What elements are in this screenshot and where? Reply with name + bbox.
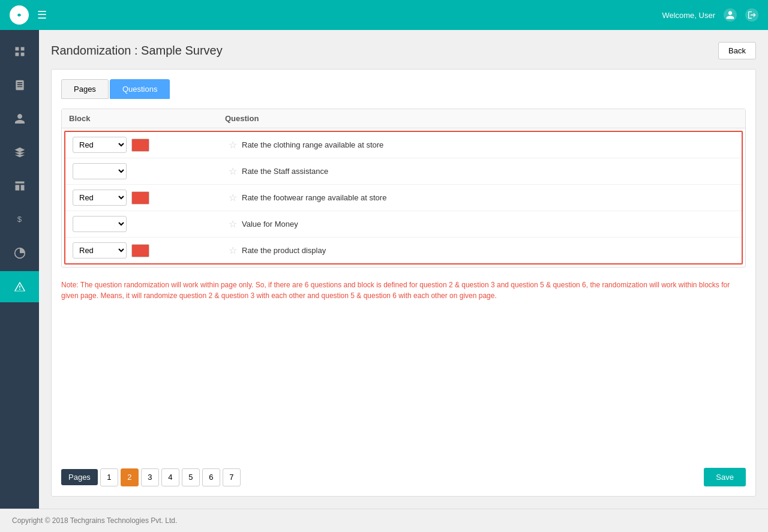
copyright-text: Copyright © 2018 Techgrains Technologies… — [12, 516, 177, 525]
page-header: Randomization : Sample Survey Back — [51, 42, 756, 59]
question-cell-2: ☆ Rate the Staff assistance — [229, 166, 734, 177]
sidebar-item-alert[interactable] — [0, 271, 39, 302]
block-select-4[interactable]: Red Blue Green — [73, 216, 127, 232]
table-row: Red Blue Green ☆ Rate the Staff assistan… — [65, 158, 742, 185]
sidebar: $ — [0, 30, 39, 509]
color-swatch-5 — [131, 244, 149, 257]
question-text-3: Rate the footwear range available at sto… — [242, 193, 386, 202]
svg-rect-6 — [15, 185, 19, 190]
color-swatch-3 — [131, 191, 149, 205]
question-cell-1: ☆ Rate the clothing range available at s… — [229, 139, 734, 151]
question-cell-5: ☆ Rate the product display — [229, 245, 734, 256]
back-button[interactable]: Back — [718, 42, 756, 59]
col-block: Block — [69, 114, 225, 123]
question-cell-3: ☆ Rate the footwear range available at s… — [229, 192, 734, 203]
svg-text:$: $ — [17, 215, 22, 224]
block-select-1[interactable]: Red -- Blue Green — [73, 137, 127, 153]
user-icon[interactable] — [724, 8, 737, 22]
note-text: Note: The question randomization will wo… — [61, 279, 746, 301]
sidebar-item-pie[interactable] — [0, 238, 39, 269]
svg-rect-5 — [15, 182, 24, 184]
pagination-row: Pages 1 2 3 4 5 6 7 Save — [61, 468, 746, 486]
top-nav: ☰ Welcome, User — [0, 0, 768, 30]
svg-rect-4 — [20, 53, 24, 56]
question-text-5: Rate the product display — [242, 246, 326, 255]
main-content: Randomization : Sample Survey Back Pages… — [39, 30, 768, 509]
layout: $ Randomization : Sample Survey Back Pag… — [0, 30, 768, 509]
block-select-3[interactable]: Red -- Blue Green — [73, 190, 127, 206]
block-select-2[interactable]: Red Blue Green — [73, 163, 127, 179]
block-select-5[interactable]: Red -- Blue Green — [73, 242, 127, 259]
svg-rect-2 — [20, 47, 24, 51]
main-card: Pages Questions Block Question Red — [51, 69, 756, 497]
page-6[interactable]: 6 — [202, 468, 220, 486]
topnav-left: ☰ — [10, 5, 47, 25]
page-3[interactable]: 3 — [141, 468, 159, 486]
table-header: Block Question — [62, 109, 745, 128]
pagination: Pages 1 2 3 4 5 6 7 — [61, 468, 241, 486]
table-row: Red -- Blue Green ☆ Rate the footwear ra… — [65, 185, 742, 211]
star-icon-5: ☆ — [229, 245, 237, 256]
sidebar-item-layers[interactable] — [0, 137, 39, 168]
save-button[interactable]: Save — [704, 468, 746, 486]
tab-questions[interactable]: Questions — [110, 79, 170, 99]
svg-rect-3 — [15, 53, 19, 56]
question-text-2: Rate the Staff assistance — [242, 167, 328, 176]
topnav-right: Welcome, User — [662, 8, 758, 22]
star-icon-2: ☆ — [229, 166, 237, 177]
hamburger-icon[interactable]: ☰ — [37, 8, 47, 22]
sidebar-item-book[interactable] — [0, 70, 39, 101]
page-1[interactable]: 1 — [100, 468, 118, 486]
welcome-text: Welcome, User — [662, 11, 715, 20]
tabs: Pages Questions — [61, 79, 746, 99]
page-4[interactable]: 4 — [161, 468, 179, 486]
sidebar-item-dollar[interactable]: $ — [0, 204, 39, 235]
page-2[interactable]: 2 — [121, 468, 139, 486]
star-icon-3: ☆ — [229, 192, 237, 203]
questions-table: Block Question Red -- Blue Green — [61, 109, 746, 267]
color-swatch-1 — [131, 139, 149, 152]
footer: Copyright © 2018 Techgrains Technologies… — [0, 509, 768, 532]
pages-label: Pages — [61, 469, 98, 485]
sidebar-item-user[interactable] — [0, 103, 39, 134]
tab-pages[interactable]: Pages — [61, 79, 109, 99]
table-row: Red -- Blue Green ☆ Rate the product dis… — [65, 238, 742, 263]
page-5[interactable]: 5 — [182, 468, 200, 486]
question-cell-4: ☆ Value for Money — [229, 218, 734, 230]
logo[interactable] — [10, 5, 29, 25]
page-7[interactable]: 7 — [223, 468, 241, 486]
table-row: Red -- Blue Green ☆ Rate the clothing ra… — [65, 132, 742, 158]
svg-rect-1 — [15, 47, 19, 51]
block-cell-4: Red Blue Green — [73, 216, 229, 232]
col-question: Question — [225, 114, 738, 123]
page-title: Randomization : Sample Survey — [51, 44, 223, 58]
sidebar-item-layout[interactable] — [0, 170, 39, 202]
block-cell-3: Red -- Blue Green — [73, 190, 229, 206]
svg-rect-7 — [20, 185, 24, 190]
sidebar-item-dashboard[interactable] — [0, 36, 39, 67]
star-icon-4: ☆ — [229, 218, 237, 230]
block-cell-1: Red -- Blue Green — [73, 137, 229, 153]
table-row: Red Blue Green ☆ Value for Money — [65, 211, 742, 238]
questions-block: Red -- Blue Green ☆ Rate the clothing ra… — [64, 131, 743, 265]
question-text-4: Value for Money — [242, 220, 298, 229]
star-icon-1: ☆ — [229, 139, 237, 151]
block-cell-5: Red -- Blue Green — [73, 242, 229, 259]
block-cell-2: Red Blue Green — [73, 163, 229, 179]
question-text-1: Rate the clothing range available at sto… — [242, 140, 383, 149]
logout-icon[interactable] — [745, 8, 758, 22]
